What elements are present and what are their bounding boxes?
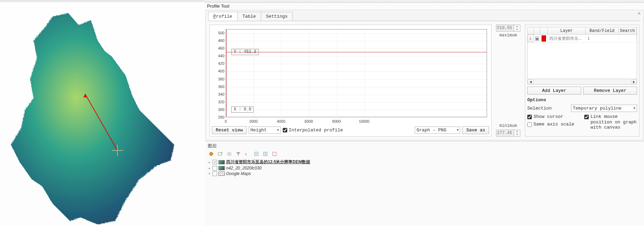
filter-icon[interactable] <box>236 151 241 157</box>
layer-label[interactable]: 四川省资阳市乐至县的12.5米分辨率DEM数据 <box>226 159 310 165</box>
y-tick-label: 480 <box>212 38 224 43</box>
profile-tabs: Profile Table Settings <box>208 12 641 21</box>
col-rownum <box>528 27 534 34</box>
svg-point-2 <box>209 152 213 156</box>
x-tick-label: 2000 <box>249 119 257 123</box>
expand-arrow-icon[interactable]: ▾ <box>208 172 211 175</box>
col-layer[interactable]: Layer <box>548 27 586 34</box>
save-as-button[interactable]: Save as <box>462 126 489 134</box>
add-layer-button[interactable]: Add Layer <box>527 87 581 95</box>
col-search[interactable]: Search <box>619 27 637 34</box>
y-tick-label: 420 <box>212 61 224 66</box>
layer-band-cell: 1 <box>586 35 619 42</box>
y-tick-label: 360 <box>212 85 224 89</box>
profile-tool-panel: ✕ Profile Table Settings Y : 451.0 X : 0… <box>206 10 643 140</box>
dem-raster <box>10 12 174 224</box>
expression-icon[interactable]: ε <box>245 151 250 157</box>
layer-thumb-icon <box>218 160 225 164</box>
reset-view-button[interactable]: Reset view <box>212 126 247 134</box>
layer-table-hscroll[interactable]: ◀▶ <box>528 79 637 84</box>
profile-tool-title: Profile Tool <box>205 3 644 10</box>
y-tick-label: 500 <box>212 31 224 35</box>
svg-rect-9 <box>273 152 276 156</box>
y-tick-label: 380 <box>212 77 224 81</box>
tree-row[interactable]: ▸n42_20_2020lc030 <box>208 165 641 171</box>
table-row[interactable]: 1 ◼ 四川省资阳市乐... 1 <box>528 35 637 43</box>
layer-thumb-icon <box>218 172 225 176</box>
options-heading: Options <box>527 97 637 103</box>
x-tick-label: 4000 <box>277 119 285 123</box>
layers-panel: 图层 ε ▸✓四川省资阳市乐至县的12.5米分辨率DEM数据▸n42_20_20… <box>205 141 644 178</box>
y-tick-label: 340 <box>212 92 224 96</box>
x-tick-label: 0 <box>225 119 227 123</box>
tree-row[interactable]: ▾Google Maps <box>208 171 641 176</box>
tab-profile[interactable]: Profile <box>208 12 238 21</box>
selection-label: Selection <box>527 106 569 111</box>
add-group-icon[interactable] <box>217 151 223 157</box>
layer-checkbox[interactable] <box>213 166 217 171</box>
minimum-label: minimum <box>496 123 520 128</box>
minimum-spinbox[interactable]: ▲▼ <box>496 130 520 137</box>
maximum-label: maximum <box>496 33 520 38</box>
layer-name-cell: 四川省资阳市乐... <box>548 35 586 42</box>
layers-toolbar: ε <box>208 150 641 159</box>
expand-arrow-icon[interactable]: ▸ <box>208 160 211 164</box>
layer-thumb-icon <box>218 166 225 170</box>
link-mouse-checkbox[interactable]: Link mouse position on graph with canvas <box>584 114 637 130</box>
col-band[interactable]: Band/Field <box>586 27 619 34</box>
remove-layer-button[interactable]: Remove Layer <box>583 87 637 95</box>
layer-label[interactable]: n42_20_2020lc030 <box>226 166 262 171</box>
y-tick-label: 300 <box>212 107 224 112</box>
close-icon[interactable]: ✕ <box>637 11 641 16</box>
x-tick-label: 10000 <box>359 119 370 123</box>
y-tick-label: 280 <box>212 115 224 119</box>
y-tick-label: 460 <box>212 46 224 50</box>
collapse-icon[interactable] <box>263 151 268 157</box>
maximum-spinbox[interactable]: ▲▼ <box>496 25 520 32</box>
svg-point-5 <box>229 154 230 155</box>
tree-row[interactable]: ▸✓四川省资阳市乐至县的12.5米分辨率DEM数据 <box>208 159 641 165</box>
x-tick-label: 8000 <box>332 119 340 123</box>
layer-color-swatch[interactable] <box>542 35 546 42</box>
export-format-select[interactable]: Graph - PNG▼ <box>415 127 460 134</box>
layers-panel-title: 图层 <box>208 143 641 149</box>
tab-settings[interactable]: Settings <box>261 12 293 21</box>
profile-chart[interactable]: Y : 451.0 X : 0.0 2803003203403603804004… <box>212 27 489 124</box>
y-tick-label: 320 <box>212 100 224 104</box>
interpolated-checkbox[interactable]: Interpolated profile <box>283 128 343 133</box>
expand-arrow-icon[interactable]: ▸ <box>208 166 211 170</box>
layer-checkbox[interactable]: ✓ <box>213 160 217 164</box>
col-color <box>540 27 548 34</box>
show-cursor-checkbox[interactable]: Show cursor <box>527 114 580 120</box>
y-tick-label: 440 <box>212 54 224 58</box>
x-tick-label: 6000 <box>305 119 313 123</box>
manage-icon[interactable] <box>226 151 232 157</box>
layer-label[interactable]: Google Maps <box>226 171 251 176</box>
tab-table[interactable]: Table <box>237 12 261 21</box>
layer-table[interactable]: Layer Band/Field Search 1 ◼ 四川省资阳市乐... 1 <box>527 27 637 85</box>
expand-icon[interactable] <box>254 151 259 157</box>
layer-search-cell <box>619 35 637 42</box>
same-axis-checkbox[interactable]: Same axis scale <box>527 122 580 127</box>
style-icon[interactable] <box>208 151 214 157</box>
profile-mode-select[interactable]: Height▼ <box>249 127 281 134</box>
col-chk <box>534 27 540 34</box>
layer-visible-checkbox[interactable]: ◼ <box>535 36 539 41</box>
selection-mode-select[interactable]: Temporary polyline▼ <box>571 105 637 112</box>
top-toolbar-strip <box>205 0 644 3</box>
map-canvas-pane[interactable] <box>0 0 205 226</box>
remove-icon[interactable] <box>272 151 277 157</box>
map-canvas[interactable] <box>0 6 205 226</box>
y-tick-label: 400 <box>212 69 224 73</box>
layer-checkbox[interactable] <box>213 172 217 176</box>
svg-text:ε: ε <box>245 152 247 156</box>
